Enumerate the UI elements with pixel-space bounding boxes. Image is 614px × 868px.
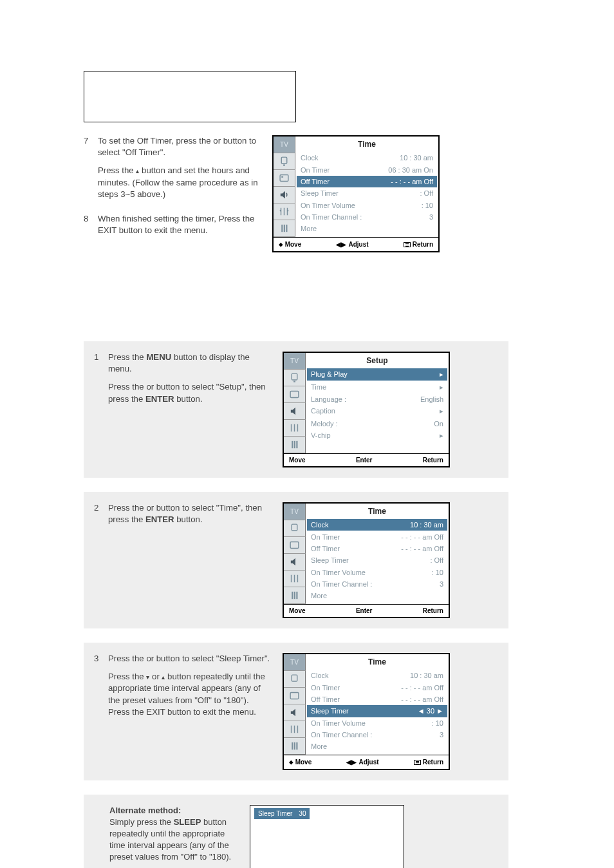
menu-row[interactable]: Caption▸ bbox=[307, 405, 447, 417]
menu-value: : 10 bbox=[422, 202, 433, 209]
menu-row[interactable]: On Timer Channel :3 bbox=[307, 729, 447, 741]
osd-tab-sound[interactable] bbox=[284, 554, 306, 571]
osd-tab-sound[interactable] bbox=[284, 403, 306, 420]
step-number: 7 bbox=[84, 135, 94, 207]
osd-tab-picture[interactable] bbox=[274, 170, 295, 187]
input-icon bbox=[289, 523, 300, 534]
menu-value: 10 : 30 am bbox=[410, 521, 443, 529]
menu-row[interactable]: On Timer- - : - - am Off bbox=[307, 531, 447, 542]
tab-label: TV bbox=[290, 659, 299, 666]
osd-tab-picture[interactable] bbox=[284, 537, 306, 554]
menu-row[interactable]: V-chip▸ bbox=[307, 429, 447, 442]
menu-label: Clock bbox=[311, 672, 410, 679]
menu-value: - - : - - am Off bbox=[401, 684, 443, 692]
osd-tab-input[interactable] bbox=[284, 671, 306, 688]
picture-icon bbox=[289, 540, 300, 551]
menu-row[interactable]: Melody :On bbox=[307, 418, 447, 429]
menu-row[interactable]: More bbox=[307, 741, 447, 752]
osd-tab-input[interactable] bbox=[284, 520, 306, 537]
menu-label: On Timer Channel : bbox=[301, 213, 429, 221]
sleep-banner: Sleep Timer 30 bbox=[254, 808, 310, 819]
nav-return: Return bbox=[423, 457, 443, 464]
picture-icon bbox=[289, 389, 300, 400]
osd-tab-tv[interactable]: TV bbox=[284, 353, 306, 370]
nav-move: Move bbox=[289, 607, 306, 614]
osd-tab-setup[interactable] bbox=[274, 220, 295, 237]
nav-return: Return bbox=[423, 607, 443, 614]
text: Press the bbox=[108, 672, 146, 681]
menu-row[interactable]: More bbox=[307, 590, 447, 601]
osd-tab-sound[interactable] bbox=[274, 187, 295, 203]
banner-value: 30 bbox=[299, 810, 306, 817]
menu-row[interactable]: Sleep Timer: Off bbox=[297, 187, 437, 199]
menu-label: Off Timer bbox=[311, 695, 401, 703]
menu-row[interactable]: On Timer Volume: 10 bbox=[307, 567, 447, 578]
picture-icon bbox=[279, 173, 290, 184]
svg-rect-17 bbox=[296, 592, 297, 599]
osd-tab-channel[interactable] bbox=[284, 571, 306, 587]
osd-tab-setup[interactable] bbox=[284, 587, 306, 604]
svg-rect-22 bbox=[296, 742, 297, 750]
leftright-icon: ◀▶ bbox=[336, 241, 346, 248]
menu-label: Sleep Timer bbox=[311, 556, 430, 564]
picture-icon bbox=[289, 690, 300, 701]
menu-label: Caption bbox=[311, 407, 440, 415]
tab-label: TV bbox=[290, 508, 299, 515]
menu-value: : 10 bbox=[432, 719, 443, 727]
osd-tab-sound[interactable] bbox=[284, 704, 306, 721]
menu-row[interactable]: Clock10 : 30 am bbox=[307, 670, 447, 681]
sleep-bold: SLEEP bbox=[174, 817, 201, 827]
menu-label: On Timer bbox=[301, 166, 388, 174]
menu-row[interactable]: Time▸ bbox=[307, 381, 447, 393]
input-icon bbox=[289, 372, 300, 383]
menu-label: More bbox=[311, 592, 443, 599]
menu-label: Plug & Play bbox=[311, 370, 440, 379]
osd-tab-tv[interactable]: TV bbox=[284, 654, 306, 671]
text: button. bbox=[174, 394, 203, 404]
menu-row[interactable]: On Timer06 : 30 am On bbox=[297, 164, 437, 175]
osd-tab-setup[interactable] bbox=[284, 437, 306, 453]
menu-row[interactable]: On Timer Volume: 10 bbox=[307, 717, 447, 729]
osd-tab-channel[interactable] bbox=[284, 420, 306, 437]
menu-row[interactable]: On Timer Channel :3 bbox=[297, 211, 437, 223]
menu-value: 10 : 30 am bbox=[410, 672, 443, 679]
osd-title: Time bbox=[307, 504, 447, 519]
osd-tab-picture[interactable] bbox=[284, 386, 306, 403]
menu-row[interactable]: Off Timer- - : - - am Off bbox=[297, 176, 437, 187]
menu-value: - - : - - am Off bbox=[401, 545, 443, 552]
menu-row[interactable]: Off Timer- - : - - am Off bbox=[307, 543, 447, 554]
menu-row[interactable]: On Timer Volume: 10 bbox=[297, 200, 437, 211]
leftright-icon: ◀▶ bbox=[346, 759, 357, 766]
osd-bottom-bar: ◆Move ◀▶Adjust Return bbox=[274, 237, 438, 251]
menu-row[interactable]: Sleep Timer: Off bbox=[307, 554, 447, 566]
menu-row[interactable]: Language :English bbox=[307, 393, 447, 405]
menu-row[interactable]: On Timer- - : - - am Off bbox=[307, 681, 447, 693]
svg-rect-2 bbox=[280, 175, 288, 182]
menu-value: - - : - - am Off bbox=[401, 533, 443, 541]
osd-tab-tv[interactable]: TV bbox=[274, 137, 295, 153]
nav-return-group: Return bbox=[423, 457, 443, 464]
osd-tab-input[interactable] bbox=[284, 370, 306, 386]
menu-row[interactable]: On Timer Channel :3 bbox=[307, 578, 447, 590]
osd-tab-channel[interactable] bbox=[274, 203, 295, 220]
menu-value: 3 bbox=[440, 580, 443, 588]
osd-tab-channel[interactable] bbox=[284, 721, 306, 738]
svg-rect-16 bbox=[294, 592, 295, 599]
menu-label: More bbox=[311, 742, 443, 750]
nav-move-group: Move bbox=[289, 607, 306, 614]
osd-tab-picture[interactable] bbox=[284, 688, 306, 704]
menu-value: ▸ bbox=[440, 407, 443, 415]
osd-tab-setup[interactable] bbox=[284, 738, 306, 755]
step-block-1: 1 Press the MENU button to display the m… bbox=[84, 341, 508, 478]
menu-label: Off Timer bbox=[301, 178, 391, 185]
osd-tab-tv[interactable]: TV bbox=[284, 504, 306, 520]
menu-row[interactable]: Sleep Timer30 bbox=[307, 705, 447, 717]
menu-label: On Timer Volume bbox=[301, 202, 422, 209]
menu-row[interactable]: Off Timer- - : - - am Off bbox=[307, 693, 447, 705]
menu-row[interactable]: More bbox=[297, 223, 437, 234]
menu-row[interactable]: Plug & Play▸ bbox=[307, 368, 447, 381]
osd-tab-input[interactable] bbox=[274, 153, 295, 170]
svg-rect-1 bbox=[283, 164, 285, 165]
menu-row[interactable]: Clock10 : 30 am bbox=[297, 152, 437, 164]
menu-row[interactable]: Clock10 : 30 am bbox=[307, 519, 447, 531]
